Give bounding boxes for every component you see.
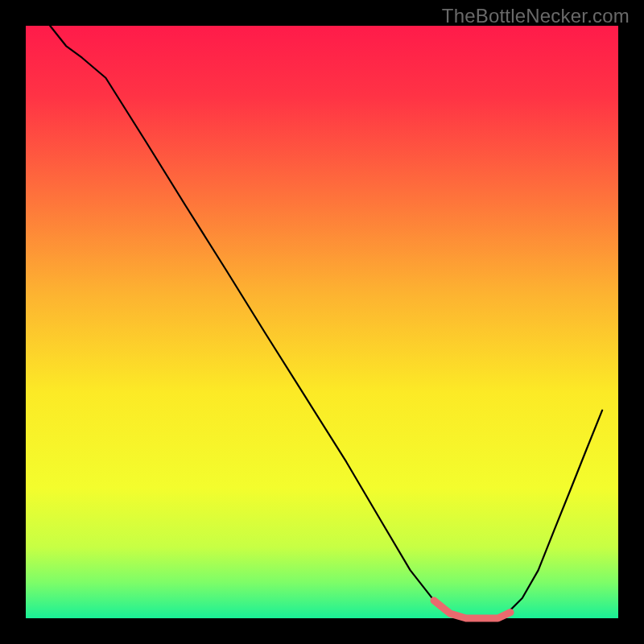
gradient-background [26,26,618,618]
bottleneck-chart [0,0,644,644]
chart-container: TheBottleNecker.com [0,0,644,644]
